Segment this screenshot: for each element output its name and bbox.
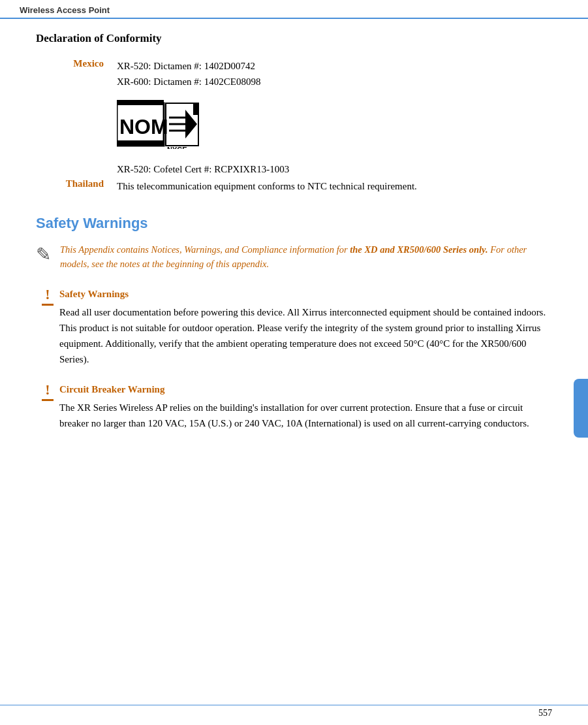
page-footer: 557 (0, 705, 588, 718)
warning-content-1: Safety Warnings Read all user documentat… (59, 286, 552, 367)
blue-tab (574, 379, 588, 438)
page-number: 557 (538, 708, 552, 718)
header-title: Wireless Access Point (20, 5, 110, 15)
cofetel-row: XR-520: Cofetel Cert #: RCPXIXR13-1003 (37, 161, 551, 177)
exclamation-icon-2: ! (45, 383, 50, 397)
nom-nyce-logo: NOM (117, 100, 202, 149)
note-box: ✎ This Appendix contains Notices, Warnin… (36, 242, 552, 272)
thailand-row: Thailand This telecommunication equipmen… (37, 178, 551, 194)
nom-logo-row: NOM (37, 91, 551, 160)
mexico-line1: XR-520: Dictamen #: 1402D00742 (117, 58, 551, 74)
exclamation-icon-1: ! (45, 287, 50, 302)
conformity-table: Mexico XR-520: Dictamen #: 1402D00742 XR… (36, 57, 552, 195)
mexico-row: Mexico XR-520: Dictamen #: 1402D00742 XR… (37, 58, 551, 89)
page-header: Wireless Access Point (0, 0, 588, 19)
note-text: This Appendix contains Notices, Warnings… (60, 242, 552, 272)
warning2-body: The XR Series Wireless AP relies on the … (59, 400, 552, 431)
warning-dash-2 (42, 399, 54, 401)
note-text-part1: This Appendix contains Notices, Warnings… (60, 244, 350, 255)
warning1-heading: Safety Warnings (59, 286, 552, 302)
warning-icon-2: ! (36, 381, 59, 401)
safety-section-title: Safety Warnings (36, 215, 552, 232)
thailand-label: Thailand (37, 178, 116, 194)
declaration-title: Declaration of Conformity (36, 32, 552, 45)
warning2-heading: Circuit Breaker Warning (59, 381, 552, 397)
mexico-label: Mexico (37, 58, 116, 89)
main-content: Declaration of Conformity Mexico XR-520:… (0, 19, 588, 459)
svg-rect-2 (117, 100, 164, 105)
thailand-text: This telecommunication equipment conform… (117, 178, 551, 194)
warning-icon-1: ! (36, 286, 59, 306)
note-text-bold: the XD and XR500/600 Series only. (350, 244, 487, 255)
warning-block-1: ! Safety Warnings Read all user document… (36, 286, 552, 367)
warning-dash-1 (42, 304, 54, 306)
svg-text:NYCE: NYCE (167, 146, 187, 149)
nom-logo: NOM (117, 100, 551, 153)
cofetel-cert: XR-520: Cofetel Cert #: RCPXIXR13-1003 (117, 161, 551, 177)
svg-text:NOM: NOM (119, 115, 168, 138)
mexico-line2: XR-600: Dictamen #: 1402CE08098 (117, 74, 551, 89)
note-pencil-icon: ✎ (36, 244, 51, 265)
mexico-values: XR-520: Dictamen #: 1402D00742 XR-600: D… (117, 58, 551, 89)
warning1-body: Read all user documentation before power… (59, 304, 552, 367)
warning-content-2: Circuit Breaker Warning The XR Series Wi… (59, 381, 552, 431)
svg-rect-3 (117, 140, 164, 146)
warning-block-2: ! Circuit Breaker Warning The XR Series … (36, 381, 552, 431)
svg-marker-9 (193, 103, 198, 115)
